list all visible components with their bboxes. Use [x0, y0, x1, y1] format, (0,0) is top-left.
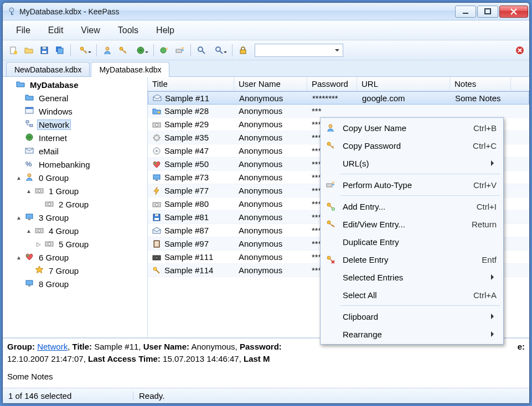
details-group-link[interactable]: Network [37, 342, 68, 351]
entry-row[interactable]: Sample #28Anonymous*** [148, 105, 529, 118]
menu-help[interactable]: Help [148, 22, 182, 39]
column-password[interactable]: Password [307, 77, 357, 91]
details-line2-prefix: 12.10.2007 21:47:07, [7, 354, 86, 363]
ctx-copy-user-name[interactable]: Copy User NameCtrl+B [322, 119, 502, 137]
column-notes[interactable]: Notes [450, 77, 511, 91]
tree-item-3-group[interactable]: ▲3 Group [3, 211, 147, 224]
column-user-name[interactable]: User Name [234, 77, 307, 91]
tree-item-5-group[interactable]: ▷5 Group [3, 237, 147, 251]
tree-root[interactable]: MyDatabase [3, 78, 147, 91]
tree-item-2-group[interactable]: 2 Group [3, 197, 147, 211]
titlebar: MyDatabase.kdbx - KeePass [3, 3, 529, 20]
svg-rect-22 [240, 50, 246, 54]
toolbar-close-db[interactable] [514, 44, 526, 56]
toolbar-world-user[interactable] [157, 43, 172, 58]
svg-point-50 [156, 150, 158, 152]
toolbar-add-key[interactable] [74, 43, 93, 58]
tree-item-email[interactable]: eMail [3, 144, 147, 158]
toolbar-find[interactable] [194, 43, 209, 58]
menu-tools[interactable]: Tools [110, 22, 146, 39]
minimize-button[interactable] [455, 6, 476, 18]
menu-view[interactable]: View [73, 22, 107, 39]
svg-text:%: % [25, 160, 32, 168]
svg-point-13 [106, 47, 109, 50]
ctx-select-all[interactable]: Select AllCtrl+A [322, 286, 502, 304]
details-lm-label: Last M [244, 354, 270, 363]
details-lat-label: Last Access Time: [88, 354, 161, 363]
tree-item-4-group[interactable]: ▲4 Group [3, 224, 147, 237]
svg-rect-2 [11, 14, 13, 15]
svg-point-48 [156, 137, 158, 139]
svg-rect-3 [463, 13, 468, 14]
ctx-url-s-[interactable]: URL(s) [322, 154, 502, 172]
toolbar-key[interactable] [116, 43, 130, 58]
ctx-delete-entry[interactable]: Delete EntryEntf [322, 251, 502, 268]
column-title[interactable]: Title [148, 77, 234, 91]
svg-point-62 [156, 256, 158, 259]
svg-point-64 [329, 124, 332, 128]
svg-rect-37 [28, 219, 30, 220]
svg-rect-52 [153, 175, 160, 179]
details-title-value: Sample #11 [94, 342, 138, 351]
toolbar-world[interactable] [131, 43, 150, 58]
toolbar-search-combo[interactable] [255, 44, 343, 57]
tree-item-network[interactable]: Network [3, 118, 147, 131]
svg-point-39 [38, 230, 41, 232]
toolbar-open-file[interactable] [22, 43, 36, 58]
details-user-label: User Name: [143, 342, 189, 351]
details-pass-label: Password: [240, 342, 282, 351]
ctx-copy-password[interactable]: Copy PasswordCtrl+C [322, 137, 502, 154]
ctx-perform-auto-type[interactable]: Perform Auto-TypeCtrl+V [322, 176, 502, 194]
svg-point-20 [198, 47, 203, 51]
toolbar-autotype[interactable] [173, 43, 187, 58]
svg-rect-9 [42, 51, 47, 53]
ctx-rearrange[interactable]: Rearrange [322, 325, 502, 343]
ctx-add-entry-[interactable]: Add Entry...Ctrl+I [322, 197, 502, 215]
svg-point-17 [166, 48, 168, 50]
svg-point-16 [161, 48, 166, 53]
ctx-duplicate-entry[interactable]: Duplicate Entry [322, 233, 502, 251]
tree-item-internet[interactable]: Internet [3, 131, 147, 144]
tab-mydatabase-kdbx[interactable]: MyDatabase.kdbx [91, 62, 169, 77]
tab-newdatabase-kdbx[interactable]: NewDatabase.kdbx [6, 62, 90, 76]
ctx-selected-entries[interactable]: Selected Entries [322, 268, 502, 286]
details-user-value: Anonymous [191, 342, 235, 351]
menu-edit[interactable]: Edit [40, 22, 71, 39]
entry-row[interactable]: Sample #11Anonymous********google.comSom… [148, 91, 529, 105]
svg-point-46 [156, 123, 158, 126]
details-title-label: Title: [73, 342, 92, 351]
svg-point-41 [48, 243, 51, 246]
toolbar-lock[interactable] [236, 43, 250, 58]
status-message: Ready. [133, 391, 170, 400]
toolbar-save[interactable] [37, 43, 51, 58]
menu-file[interactable]: File [8, 22, 38, 39]
svg-point-67 [332, 181, 334, 184]
ctx-edit-view-entry-[interactable]: Edit/View Entry...Return [322, 215, 502, 233]
maximize-button[interactable] [477, 6, 498, 18]
svg-rect-36 [26, 214, 33, 218]
tree-item-general[interactable]: General [3, 91, 147, 105]
toolbar-new-file[interactable] [6, 43, 20, 58]
svg-point-55 [156, 203, 158, 206]
tree-item-8-group[interactable]: 8 Group [3, 277, 147, 290]
group-tree[interactable]: MyDatabaseGeneralWindowsNetworkInternete… [3, 77, 148, 337]
entry-details-pane: Group: Network, Title: Sample #11, User … [3, 338, 529, 388]
toolbar-save-all[interactable] [53, 43, 67, 58]
tree-item-1-group[interactable]: ▲1 Group [3, 184, 147, 197]
ctx-clipboard[interactable]: Clipboard [322, 308, 502, 325]
svg-rect-58 [154, 218, 159, 220]
toolbar-add-user[interactable] [100, 43, 115, 58]
tree-item-windows[interactable]: Windows [3, 105, 147, 118]
tree-item-0-group[interactable]: ▲0 Group [3, 171, 147, 184]
tree-item-homebanking[interactable]: %Homebanking [3, 158, 147, 171]
toolbar-find-dd[interactable] [210, 43, 229, 58]
tree-item-6-group[interactable]: ▲6 Group [3, 251, 147, 264]
tree-item-7-group[interactable]: 7 Group [3, 264, 147, 277]
column-url[interactable]: URL [357, 77, 450, 91]
tabstrip: NewDatabase.kdbxMyDatabase.kdbx [3, 60, 529, 77]
entry-context-menu[interactable]: Copy User NameCtrl+BCopy PasswordCtrl+CU… [320, 117, 504, 345]
status-selection: 1 of 146 selected [3, 391, 133, 400]
svg-point-31 [28, 174, 31, 177]
close-button[interactable] [499, 6, 528, 18]
window-title: MyDatabase.kdbx - KeePass [19, 7, 455, 16]
